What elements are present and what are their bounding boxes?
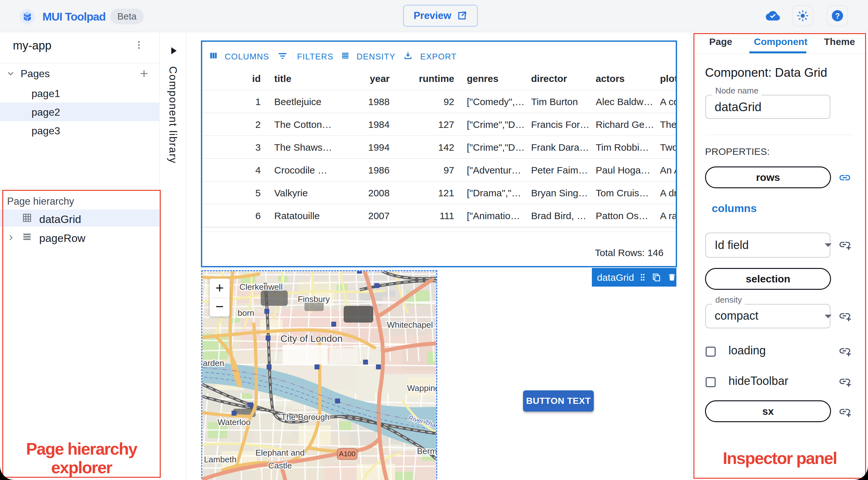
- svg-text:Bermondse: Bermondse: [417, 446, 436, 456]
- svg-text:Castle: Castle: [268, 461, 292, 470]
- svg-text:City of London: City of London: [280, 333, 342, 344]
- svg-text:Elephant and: Elephant and: [255, 448, 305, 457]
- svg-text:arden: arden: [203, 358, 224, 368]
- svg-text:Wapping: Wapping: [407, 383, 436, 393]
- svg-text:Lambeth: Lambeth: [204, 455, 236, 464]
- svg-text:A100: A100: [339, 450, 355, 458]
- svg-text:born: born: [238, 308, 254, 318]
- svg-text:?: ?: [835, 11, 840, 20]
- svg-text:The Borough: The Borough: [281, 412, 330, 422]
- svg-text:Clerkenwell: Clerkenwell: [240, 282, 283, 292]
- svg-text:Whitechapel: Whitechapel: [387, 320, 433, 330]
- svg-text:Finsbury: Finsbury: [298, 294, 330, 304]
- svg-text:Waterloo: Waterloo: [217, 417, 250, 427]
